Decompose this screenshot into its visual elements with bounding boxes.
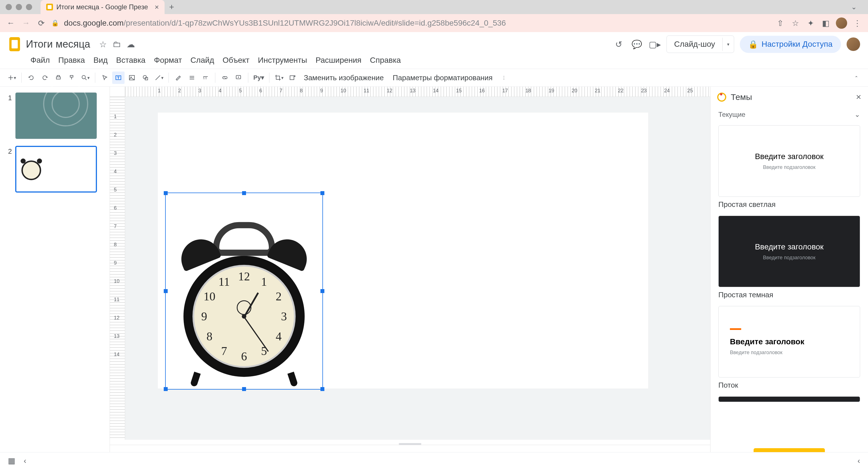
back-button[interactable]: ← xyxy=(6,18,16,28)
grid-view-icon[interactable]: ▦ xyxy=(8,456,15,465)
theme-preview-subtitle: Введите подзаголовок xyxy=(763,255,815,261)
svg-rect-0 xyxy=(56,77,60,79)
undo-button[interactable] xyxy=(25,71,37,84)
textbox-tool-button[interactable] xyxy=(112,71,125,84)
menu-format[interactable]: Формат xyxy=(154,56,182,65)
browser-menu-icon[interactable]: ⋮ xyxy=(852,18,862,28)
palette-icon xyxy=(717,93,726,102)
resize-handle[interactable] xyxy=(320,387,324,391)
menu-insert[interactable]: Вставка xyxy=(116,56,146,65)
move-folder-icon[interactable]: 🗀 xyxy=(113,39,121,49)
resize-handle[interactable] xyxy=(320,191,324,195)
minimize-window-button[interactable] xyxy=(16,4,22,10)
redo-button[interactable] xyxy=(39,71,51,84)
menu-view[interactable]: Вид xyxy=(93,56,107,65)
status-bar: ▦ ‹ ‹ xyxy=(0,452,868,469)
menu-slide[interactable]: Слайд xyxy=(190,56,214,65)
spellcheck-button[interactable]: Py▾ xyxy=(252,71,266,84)
image-tool-button[interactable] xyxy=(126,71,138,84)
line-tool-button[interactable]: ▾ xyxy=(153,71,165,84)
address-bar[interactable]: docs.google.com/presentation/d/1-qp78zwC… xyxy=(64,19,770,28)
explore-icon[interactable]: ‹ xyxy=(858,456,860,465)
resize-handle[interactable] xyxy=(164,289,168,293)
bookmark-icon[interactable]: ☆ xyxy=(790,18,800,28)
zoom-button[interactable]: ▾ xyxy=(79,71,92,84)
browser-tabstrip: Итоги месяца - Google Презе × + ⌄ xyxy=(0,0,868,14)
shape-tool-button[interactable] xyxy=(139,71,152,84)
new-tab-button[interactable]: + xyxy=(164,0,179,14)
border-weight-button[interactable] xyxy=(186,71,198,84)
resize-handle[interactable] xyxy=(164,191,168,195)
meet-icon[interactable]: ▢▸ xyxy=(648,38,661,51)
forward-button[interactable]: → xyxy=(21,18,31,28)
star-icon[interactable]: ☆ xyxy=(99,39,107,49)
select-tool-button[interactable] xyxy=(99,71,111,84)
tab-close-icon[interactable]: × xyxy=(155,3,159,11)
new-slide-button[interactable]: ▾ xyxy=(6,71,18,84)
resize-handle[interactable] xyxy=(242,191,246,195)
theme-partial[interactable] xyxy=(718,396,860,402)
tabs-dropdown-icon[interactable]: ⌄ xyxy=(851,3,857,11)
resize-handle[interactable] xyxy=(164,387,168,391)
link-button[interactable] xyxy=(219,71,231,84)
slides-logo-icon[interactable] xyxy=(8,36,22,53)
close-window-button[interactable] xyxy=(6,4,12,10)
slide-thumbnail-2[interactable] xyxy=(15,146,97,193)
url-host: docs.google.com xyxy=(64,19,124,27)
present-button[interactable]: Слайд-шоу ▾ xyxy=(666,35,734,53)
vertical-ruler[interactable]: 1234567891011121314 xyxy=(110,97,125,440)
lock-icon[interactable]: 🔒 xyxy=(51,20,59,27)
document-title[interactable]: Итоги месяца xyxy=(26,38,90,50)
close-panel-icon[interactable]: × xyxy=(856,92,861,102)
horizontal-ruler[interactable]: 1234567891011121314151617181920212223242… xyxy=(125,87,710,97)
theme-simple-light[interactable]: Введите заголовок Введите подзаголовок xyxy=(718,125,860,197)
maximize-window-button[interactable] xyxy=(26,4,32,10)
toolbar: ▾ ▾ ▾ Py▾ ▾ Заменить изображение Парамет… xyxy=(0,69,868,87)
cloud-status-icon[interactable]: ☁ xyxy=(127,39,135,49)
more-tools-icon[interactable]: ⋮ xyxy=(498,71,510,84)
menu-extensions[interactable]: Расширения xyxy=(316,56,362,65)
lock-icon: 🔒 xyxy=(748,40,758,49)
mask-button[interactable] xyxy=(286,71,299,84)
slide-page[interactable]: 121234567891011 xyxy=(158,112,648,389)
menu-tools[interactable]: Инструменты xyxy=(258,56,307,65)
menu-file[interactable]: Файл xyxy=(30,56,50,65)
extensions-icon[interactable]: ✦ xyxy=(805,18,815,28)
theme-stream[interactable]: Введите заголовок Введите подзаголовок xyxy=(718,306,860,377)
format-options-button[interactable]: Параметры форматирования xyxy=(389,73,497,82)
window-controls xyxy=(6,4,32,10)
sidepanel-icon[interactable]: ◧ xyxy=(820,18,831,28)
replace-image-button[interactable]: Заменить изображение xyxy=(300,73,388,82)
menu-help[interactable]: Справка xyxy=(370,56,401,65)
comments-icon[interactable]: 💬 xyxy=(630,38,643,51)
menu-edit[interactable]: Правка xyxy=(58,56,85,65)
resize-handle[interactable] xyxy=(242,387,246,391)
reload-button[interactable]: ⟳ xyxy=(36,18,46,28)
crop-button[interactable]: ▾ xyxy=(273,71,285,84)
share-icon[interactable]: ⇧ xyxy=(775,18,785,28)
theme-simple-dark[interactable]: Введите заголовок Введите подзаголовок xyxy=(718,215,860,287)
present-dropdown-icon[interactable]: ▾ xyxy=(722,38,734,51)
account-avatar[interactable] xyxy=(846,37,860,51)
collapse-toolbar-icon[interactable]: ⌃ xyxy=(850,71,862,84)
menu-object[interactable]: Объект xyxy=(223,56,249,65)
border-dash-button[interactable] xyxy=(199,71,212,84)
profile-avatar[interactable] xyxy=(836,18,847,29)
theme-preview-subtitle: Введите подзаголовок xyxy=(730,349,782,356)
browser-tab[interactable]: Итоги месяца - Google Презе × xyxy=(40,0,164,14)
themes-title: Темы xyxy=(731,92,851,102)
browser-toolbar: ← → ⟳ 🔒 docs.google.com/presentation/d/1… xyxy=(0,14,868,32)
share-button[interactable]: 🔒 Настройки Доступа xyxy=(740,36,841,53)
slide-thumbnail-1[interactable] xyxy=(15,92,97,139)
comment-button[interactable] xyxy=(232,71,245,84)
border-color-button[interactable] xyxy=(172,71,185,84)
themes-current-label: Текущие xyxy=(718,111,745,119)
collapse-filmstrip-icon[interactable]: ‹ xyxy=(24,456,26,465)
slide-canvas[interactable]: 121234567891011 xyxy=(125,97,710,440)
notes-resize-handle[interactable] xyxy=(399,443,421,445)
themes-current-dropdown[interactable]: Текущие ⌄ xyxy=(710,107,868,122)
version-history-icon[interactable]: ↺ xyxy=(612,38,625,51)
selected-image[interactable]: 121234567891011 xyxy=(165,193,323,390)
url-path: /presentation/d/1-qp78zwChWsYUs3B1SUnl12… xyxy=(124,19,506,27)
resize-handle[interactable] xyxy=(320,289,324,293)
